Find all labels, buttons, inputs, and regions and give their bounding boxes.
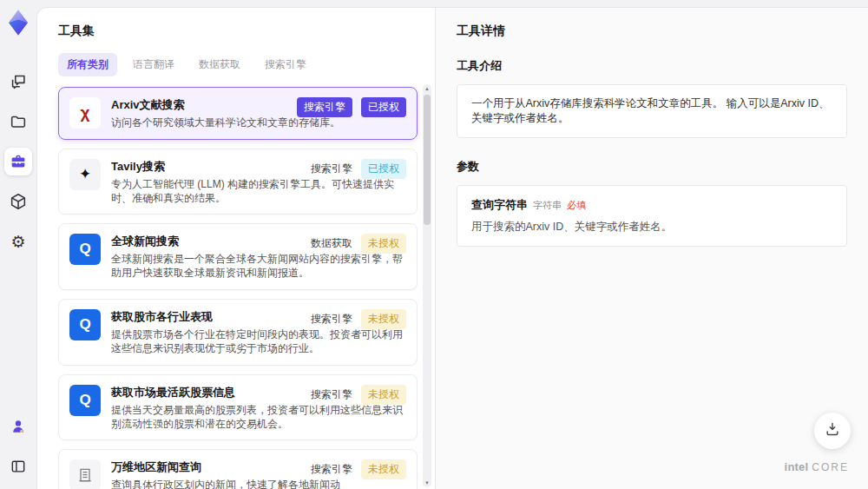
tool-list-pane: 工具集 所有类别 语言翻译 数据获取 搜索引擎 χ Arxiv文献搜索 访问各个… (37, 8, 435, 489)
detail-title: 工具详情 (457, 23, 847, 39)
settings-gear-icon: ⚙ (10, 232, 25, 252)
left-nav-rail: ⚙ (0, 0, 36, 489)
tool-card-arxiv[interactable]: χ Arxiv文献搜索 访问各个研究领域大量科学论文和文章的存储库。 搜索引擎 … (58, 87, 418, 140)
page-title: 工具集 (58, 23, 435, 39)
status-badge: 未授权 (361, 234, 406, 254)
tool-description: 访问各个研究领域大量科学论文和文章的存储库。 (111, 116, 404, 130)
sidebar-item-chat[interactable] (4, 68, 32, 96)
category-badge: 搜索引擎 (297, 97, 352, 117)
tool-card-global-news[interactable]: Q 全球新闻搜索 全球新闻搜索是一个聚合全球各大新闻网站内容的搜索引擎，帮助用户… (58, 223, 418, 290)
category-label: 搜索引擎 (311, 312, 352, 327)
sidebar-item-files[interactable] (4, 108, 32, 135)
tool-description: 全球新闻搜索是一个聚合全球各大新闻网站内容的搜索引擎，帮助用户快速获取全球最新资… (111, 253, 404, 281)
intro-section-label: 工具介绍 (457, 58, 847, 74)
tavily-sparkle-icon: ✦ (69, 159, 101, 190)
tab-language-translation[interactable]: 语言翻译 (124, 53, 183, 76)
stock-logo-icon: Q (69, 385, 101, 416)
tool-description: 提供当天交易量最高的股票列表，投资者可以利用这些信息来识别流动性强的股票和潜在的… (111, 404, 404, 432)
param-name: 查询字符串 (471, 197, 528, 213)
category-tabs: 所有类别 语言翻译 数据获取 搜索引擎 (58, 53, 435, 76)
tool-list: χ Arxiv文献搜索 访问各个研究领域大量科学论文和文章的存储库。 搜索引擎 … (58, 87, 418, 489)
tool-description: 提供股票市场各个行业在特定时间段内的表现。投资者可以利用这些信息来识别表现优于或… (111, 328, 404, 356)
tool-card-sector-performance[interactable]: Q 获取股市各行业表现 提供股票市场各个行业在特定时间段内的表现。投资者可以利用… (58, 299, 418, 366)
sidebar-item-account[interactable] (4, 413, 32, 440)
status-badge: 未授权 (361, 385, 406, 405)
scroll-down-icon[interactable]: ▼ (424, 479, 430, 487)
download-icon (824, 420, 841, 441)
download-button[interactable] (814, 413, 851, 449)
category-label: 搜索引擎 (311, 387, 352, 402)
folder-icon (9, 112, 28, 131)
params-section-label: 参数 (457, 159, 847, 175)
main-surface: 工具集 所有类别 语言翻译 数据获取 搜索引擎 χ Arxiv文献搜索 访问各个… (36, 7, 868, 489)
cube-icon (9, 192, 28, 211)
category-label: 数据获取 (311, 236, 352, 251)
param-description: 用于搜索的Arxiv ID、关键字或作者姓名。 (471, 220, 832, 235)
sidebar-item-packages[interactable] (4, 188, 32, 215)
param-card: 查询字符串 字符串 必填 用于搜索的Arxiv ID、关键字或作者姓名。 (457, 185, 847, 247)
building-icon (69, 459, 101, 489)
param-required-flag: 必填 (567, 199, 586, 212)
sidebar-item-collapse[interactable] (4, 453, 32, 480)
scrollbar-thumb[interactable] (424, 95, 431, 225)
arxiv-logo-icon: χ (69, 97, 101, 129)
tool-detail-pane: 工具详情 工具介绍 一个用于从Arxiv存储库搜索科学论文和文章的工具。 输入可… (435, 8, 868, 489)
scroll-up-icon[interactable]: ▲ (424, 84, 430, 93)
status-badge: 未授权 (361, 309, 406, 329)
tab-data-acquisition[interactable]: 数据获取 (190, 53, 249, 76)
app-logo (5, 9, 31, 36)
category-label: 搜索引擎 (311, 162, 352, 176)
status-badge: 已授权 (361, 97, 406, 117)
tool-card-active-stocks[interactable]: Q 获取市场最活跃股票信息 提供当天交易量最高的股票列表，投资者可以利用这些信息… (58, 374, 418, 441)
tab-search-engine[interactable]: 搜索引擎 (256, 53, 315, 76)
panel-toggle-icon (10, 458, 27, 475)
status-badge: 已授权 (361, 159, 406, 179)
tool-intro-text: 一个用于从Arxiv存储库搜索科学论文和文章的工具。 输入可以是Arxiv ID… (457, 84, 847, 138)
sidebar-item-tools[interactable] (4, 148, 32, 175)
status-badge: 未授权 (361, 459, 406, 479)
intel-core-logo: intel CORE (785, 460, 849, 473)
chat-icon (9, 72, 28, 91)
tool-card-regional-news[interactable]: 万维地区新闻查询 查询具体行政区划内的新闻，快速了解各地新闻动 搜索引擎 未授权 (58, 449, 418, 489)
user-icon (10, 418, 27, 435)
toolbox-icon (9, 152, 28, 171)
list-scrollbar[interactable]: ▲ ▼ (423, 84, 431, 487)
param-type: 字符串 (533, 199, 562, 212)
news-logo-icon: Q (69, 234, 101, 265)
stock-logo-icon: Q (69, 309, 101, 340)
sidebar-item-settings[interactable]: ⚙ (4, 228, 32, 255)
tool-description: 专为人工智能代理 (LLM) 构建的搜索引擎工具。可快速提供实时、准确和真实的结… (111, 178, 404, 206)
tool-card-tavily[interactable]: ✦ Tavily搜索 专为人工智能代理 (LLM) 构建的搜索引擎工具。可快速提… (58, 149, 418, 215)
tool-description: 查询具体行政区划内的新闻，快速了解各地新闻动 (111, 479, 404, 489)
tab-all-categories[interactable]: 所有类别 (58, 53, 117, 76)
category-label: 搜索引擎 (311, 462, 352, 477)
